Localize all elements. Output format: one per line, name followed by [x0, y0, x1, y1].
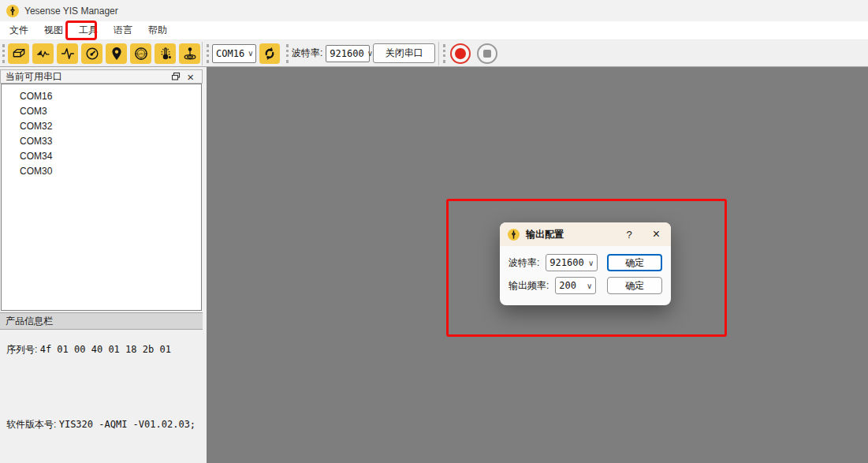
menu-view[interactable]: 视图 [36, 21, 71, 40]
toolbar-grip[interactable] [286, 44, 289, 63]
float-panel-button[interactable] [168, 72, 184, 81]
utc-clock-icon: UTC [133, 46, 149, 62]
dialog-freq-confirm-button[interactable]: 确定 [607, 277, 662, 294]
dialog-body: 波特率: 921600 ∨ 确定 输出频率: 200 ∨ 确定 [500, 246, 671, 294]
angle-wave-icon [35, 46, 51, 62]
baud-rate-label: 波特率: [292, 47, 322, 60]
baud-rate-row: 波特率: 921600 ∨ 确定 [509, 254, 662, 271]
yesense-logo-icon [6, 5, 19, 17]
list-item-port[interactable]: COM32 [2, 119, 201, 134]
dialog-close-button[interactable]: × [650, 228, 663, 241]
utc-label: UTC [137, 51, 144, 55]
record-group [450, 43, 497, 64]
product-info-header: 产品信息栏 [0, 312, 203, 330]
firmware-version-label: 软件版本号: [6, 419, 56, 430]
list-item-port[interactable]: COM30 [2, 164, 201, 179]
toolbar-separator [438, 42, 439, 65]
sensor-tools-group: UTC [8, 43, 200, 64]
com-port-select[interactable]: COM16 ∨ [212, 44, 256, 63]
com-port-value: COM16 [216, 48, 244, 59]
panel-title: 当前可用串口 [6, 70, 168, 84]
yesense-logo-icon [508, 229, 520, 241]
toolbar-grip[interactable] [443, 44, 445, 63]
dialog-freq-select[interactable]: 200 ∨ [555, 277, 596, 294]
gauge-icon [84, 46, 100, 62]
firmware-version-value: YIS320 -AQMI -V01.02.03; [59, 419, 196, 430]
thermometer-icon [158, 46, 173, 62]
dialog-baud-label: 波特率: [509, 256, 539, 270]
baud-rate-value: 921600 [330, 48, 363, 59]
output-rate-row: 输出频率: 200 ∨ 确定 [509, 277, 662, 294]
tool-thermometer-button[interactable] [155, 43, 176, 64]
menu-bar: 文件 视图 工具 语言 帮助 [0, 21, 868, 40]
dialog-title: 输出配置 [526, 228, 621, 241]
app-window: Yesense YIS Manager 文件 视图 工具 语言 帮助 [0, 0, 868, 463]
float-panel-icon [171, 72, 181, 81]
toolbar-separator [202, 42, 203, 65]
baud-rate-select[interactable]: 921600 ∨ [326, 45, 370, 62]
dialog-help-button[interactable]: ? [621, 227, 636, 242]
location-pin-icon [109, 46, 125, 62]
pulse-wave-icon [60, 46, 76, 62]
dialog-title-bar: 输出配置 ? × [500, 222, 671, 246]
dialog-freq-label: 输出频率: [509, 279, 549, 293]
dialog-baud-confirm-button[interactable]: 确定 [607, 254, 662, 271]
record-icon [455, 48, 466, 59]
inclinometer-icon [182, 46, 198, 62]
serial-number-label: 序列号: [6, 344, 37, 355]
serial-port-panel: 当前可用串口 × COM16 COM3 COM32 COM33 COM34 CO… [0, 67, 203, 463]
dialog-baud-value: 921600 [549, 257, 583, 268]
record-button[interactable] [450, 43, 471, 64]
close-panel-icon: × [187, 71, 194, 83]
chevron-down-icon: ∨ [587, 282, 592, 290]
close-panel-button[interactable]: × [184, 71, 197, 83]
list-item-port[interactable]: COM16 [2, 89, 201, 104]
list-item-port[interactable]: COM3 [2, 104, 201, 119]
chevron-down-icon: ∨ [248, 49, 253, 58]
menu-help[interactable]: 帮助 [140, 21, 175, 40]
chevron-down-icon: ∨ [367, 49, 373, 58]
tool-3d-view-button[interactable] [8, 43, 29, 64]
output-config-dialog: 输出配置 ? × 波特率: 921600 ∨ 确定 输出频率: 200 ∨ 确定 [500, 222, 671, 305]
serial-number-value: 4f 01 00 40 01 18 2b 01 [40, 344, 171, 355]
toolbar-grip[interactable] [207, 44, 209, 63]
stop-button[interactable] [477, 43, 497, 64]
list-item-port[interactable]: COM33 [2, 134, 201, 149]
tool-inclinometer-button[interactable] [179, 43, 200, 64]
tool-gauge-button[interactable] [81, 43, 102, 64]
dialog-freq-value: 200 [559, 280, 576, 291]
firmware-version-line: 软件版本号: YIS320 -AQMI -V01.02.03; [0, 418, 203, 431]
menu-tools[interactable]: 工具 [71, 21, 106, 40]
menu-file[interactable]: 文件 [2, 21, 36, 40]
tool-location-button[interactable] [106, 43, 127, 64]
list-item-port[interactable]: COM34 [2, 149, 201, 164]
stop-icon [483, 50, 491, 58]
port-group: COM16 ∨ [212, 43, 280, 64]
title-bar: Yesense YIS Manager [0, 0, 868, 21]
tool-angle-wave-button[interactable] [32, 43, 54, 64]
dialog-baud-select[interactable]: 921600 ∨ [546, 254, 598, 271]
baud-group: 波特率: 921600 ∨ 关闭串口 [292, 43, 435, 63]
refresh-ports-icon [263, 47, 277, 61]
toolbar-grip[interactable] [2, 44, 5, 63]
tool-waveform-button[interactable] [57, 43, 78, 64]
panel-header: 当前可用串口 × [0, 69, 203, 84]
serial-port-list: COM16 COM3 COM32 COM33 COM34 COM30 [1, 84, 202, 311]
window-title: Yesense YIS Manager [24, 6, 118, 17]
tool-utc-clock-button[interactable]: UTC [130, 43, 151, 64]
toolbar: UTC COM16 ∨ [0, 40, 868, 67]
refresh-ports-button[interactable] [259, 43, 280, 64]
menu-language[interactable]: 语言 [106, 21, 140, 40]
serial-number-line: 序列号: 4f 01 00 40 01 18 2b 01 [0, 343, 203, 357]
chevron-down-icon: ∨ [588, 259, 594, 267]
close-serial-port-button[interactable]: 关闭串口 [373, 43, 435, 63]
cube-icon [11, 46, 27, 62]
